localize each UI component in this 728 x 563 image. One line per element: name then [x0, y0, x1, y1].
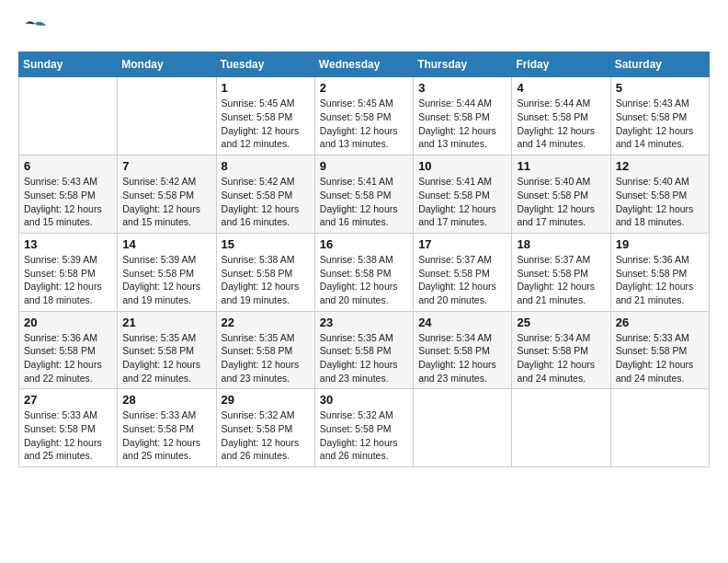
day-info: Sunrise: 5:38 AM Sunset: 5:58 PM Dayligh… — [320, 253, 408, 307]
calendar-week-4: 20Sunrise: 5:36 AM Sunset: 5:58 PM Dayli… — [19, 311, 710, 389]
calendar-cell: 17Sunrise: 5:37 AM Sunset: 5:58 PM Dayli… — [414, 233, 512, 311]
day-number: 24 — [418, 316, 506, 329]
day-info: Sunrise: 5:33 AM Sunset: 5:58 PM Dayligh… — [616, 331, 704, 385]
day-number: 18 — [517, 237, 605, 251]
day-info: Sunrise: 5:41 AM Sunset: 5:58 PM Dayligh… — [418, 175, 506, 229]
calendar-cell: 25Sunrise: 5:34 AM Sunset: 5:58 PM Dayli… — [512, 311, 610, 389]
day-info: Sunrise: 5:45 AM Sunset: 5:58 PM Dayligh… — [222, 97, 310, 151]
calendar-cell: 9Sunrise: 5:41 AM Sunset: 5:58 PM Daylig… — [314, 155, 413, 234]
calendar-cell: 13Sunrise: 5:39 AM Sunset: 5:58 PM Dayli… — [19, 233, 118, 311]
calendar-cell: 1Sunrise: 5:45 AM Sunset: 5:58 PM Daylig… — [216, 77, 314, 155]
day-number: 17 — [418, 237, 506, 251]
day-number: 3 — [418, 81, 506, 95]
calendar-cell: 16Sunrise: 5:38 AM Sunset: 5:58 PM Dayli… — [314, 233, 413, 311]
day-info: Sunrise: 5:36 AM Sunset: 5:58 PM Dayligh… — [616, 253, 704, 307]
calendar-cell: 30Sunrise: 5:32 AM Sunset: 5:58 PM Dayli… — [314, 389, 413, 467]
day-info: Sunrise: 5:45 AM Sunset: 5:58 PM Dayligh… — [320, 97, 408, 151]
calendar-cell: 12Sunrise: 5:40 AM Sunset: 5:58 PM Dayli… — [610, 155, 709, 234]
day-number: 13 — [24, 237, 112, 251]
day-info: Sunrise: 5:32 AM Sunset: 5:58 PM Dayligh… — [222, 408, 310, 463]
day-number: 26 — [616, 316, 704, 329]
calendar-table: SundayMondayTuesdayWednesdayThursdayFrid… — [18, 52, 710, 467]
calendar-cell: 3Sunrise: 5:44 AM Sunset: 5:58 PM Daylig… — [414, 77, 512, 155]
day-number: 14 — [122, 237, 210, 251]
weekday-header-tuesday: Tuesday — [216, 52, 314, 77]
day-info: Sunrise: 5:39 AM Sunset: 5:58 PM Dayligh… — [122, 253, 210, 307]
day-number: 23 — [320, 316, 408, 329]
calendar-cell: 19Sunrise: 5:36 AM Sunset: 5:58 PM Dayli… — [610, 233, 709, 311]
day-info: Sunrise: 5:36 AM Sunset: 5:58 PM Dayligh… — [24, 331, 112, 385]
calendar-cell: 21Sunrise: 5:35 AM Sunset: 5:58 PM Dayli… — [118, 311, 216, 389]
calendar-week-1: 1Sunrise: 5:45 AM Sunset: 5:58 PM Daylig… — [19, 77, 710, 155]
weekday-header-wednesday: Wednesday — [314, 52, 413, 77]
day-number: 28 — [122, 393, 210, 407]
day-number: 15 — [222, 237, 310, 251]
day-info: Sunrise: 5:33 AM Sunset: 5:58 PM Dayligh… — [122, 408, 210, 463]
day-info: Sunrise: 5:44 AM Sunset: 5:58 PM Dayligh… — [517, 97, 605, 151]
calendar-cell: 4Sunrise: 5:44 AM Sunset: 5:58 PM Daylig… — [512, 77, 610, 155]
calendar-week-5: 27Sunrise: 5:33 AM Sunset: 5:58 PM Dayli… — [19, 389, 710, 467]
day-info: Sunrise: 5:43 AM Sunset: 5:58 PM Dayligh… — [24, 175, 112, 229]
day-info: Sunrise: 5:35 AM Sunset: 5:58 PM Dayligh… — [122, 331, 210, 385]
day-info: Sunrise: 5:34 AM Sunset: 5:58 PM Dayligh… — [517, 331, 605, 385]
day-info: Sunrise: 5:43 AM Sunset: 5:58 PM Dayligh… — [616, 97, 704, 151]
calendar-cell: 10Sunrise: 5:41 AM Sunset: 5:58 PM Dayli… — [414, 155, 512, 234]
logo — [18, 18, 48, 42]
calendar-cell — [118, 77, 216, 155]
day-info: Sunrise: 5:35 AM Sunset: 5:58 PM Dayligh… — [222, 331, 310, 385]
calendar-cell: 23Sunrise: 5:35 AM Sunset: 5:58 PM Dayli… — [314, 311, 413, 389]
day-number: 25 — [517, 316, 605, 329]
calendar-cell: 18Sunrise: 5:37 AM Sunset: 5:58 PM Dayli… — [512, 233, 610, 311]
day-number: 30 — [320, 393, 408, 407]
day-info: Sunrise: 5:44 AM Sunset: 5:58 PM Dayligh… — [418, 97, 506, 151]
day-number: 10 — [418, 159, 506, 173]
day-number: 9 — [320, 159, 408, 173]
calendar-cell: 20Sunrise: 5:36 AM Sunset: 5:58 PM Dayli… — [19, 311, 118, 389]
day-number: 1 — [222, 81, 310, 95]
logo-bird-icon — [22, 20, 48, 40]
weekday-header-thursday: Thursday — [414, 52, 512, 77]
day-info: Sunrise: 5:42 AM Sunset: 5:58 PM Dayligh… — [222, 175, 310, 229]
day-number: 6 — [24, 159, 112, 173]
day-info: Sunrise: 5:38 AM Sunset: 5:58 PM Dayligh… — [222, 253, 310, 307]
day-info: Sunrise: 5:40 AM Sunset: 5:58 PM Dayligh… — [616, 175, 704, 229]
day-number: 20 — [24, 316, 112, 329]
calendar-cell — [19, 77, 118, 155]
calendar-week-3: 13Sunrise: 5:39 AM Sunset: 5:58 PM Dayli… — [19, 233, 710, 311]
day-info: Sunrise: 5:37 AM Sunset: 5:58 PM Dayligh… — [517, 253, 605, 307]
calendar-cell: 26Sunrise: 5:33 AM Sunset: 5:58 PM Dayli… — [610, 311, 709, 389]
calendar-cell: 2Sunrise: 5:45 AM Sunset: 5:58 PM Daylig… — [314, 77, 413, 155]
day-number: 16 — [320, 237, 408, 251]
calendar-week-2: 6Sunrise: 5:43 AM Sunset: 5:58 PM Daylig… — [19, 155, 710, 234]
calendar-cell: 27Sunrise: 5:33 AM Sunset: 5:58 PM Dayli… — [19, 389, 118, 467]
day-number: 19 — [616, 237, 704, 251]
day-info: Sunrise: 5:32 AM Sunset: 5:58 PM Dayligh… — [320, 408, 408, 463]
calendar-cell: 28Sunrise: 5:33 AM Sunset: 5:58 PM Dayli… — [118, 389, 216, 467]
calendar-cell: 15Sunrise: 5:38 AM Sunset: 5:58 PM Dayli… — [216, 233, 314, 311]
day-info: Sunrise: 5:35 AM Sunset: 5:58 PM Dayligh… — [320, 331, 408, 385]
day-number: 12 — [616, 159, 704, 173]
day-info: Sunrise: 5:41 AM Sunset: 5:58 PM Dayligh… — [320, 175, 408, 229]
day-number: 7 — [122, 159, 210, 173]
day-info: Sunrise: 5:33 AM Sunset: 5:58 PM Dayligh… — [24, 408, 112, 463]
day-number: 4 — [517, 81, 605, 95]
calendar-cell: 24Sunrise: 5:34 AM Sunset: 5:58 PM Dayli… — [414, 311, 512, 389]
calendar-cell: 5Sunrise: 5:43 AM Sunset: 5:58 PM Daylig… — [610, 77, 709, 155]
day-info: Sunrise: 5:40 AM Sunset: 5:58 PM Dayligh… — [517, 175, 605, 229]
day-number: 8 — [222, 159, 310, 173]
day-number: 21 — [122, 316, 210, 329]
day-info: Sunrise: 5:39 AM Sunset: 5:58 PM Dayligh… — [24, 253, 112, 307]
calendar-cell — [610, 389, 709, 467]
weekday-header-friday: Friday — [512, 52, 610, 77]
calendar-cell: 14Sunrise: 5:39 AM Sunset: 5:58 PM Dayli… — [118, 233, 216, 311]
day-number: 11 — [517, 159, 605, 173]
calendar-header-row: SundayMondayTuesdayWednesdayThursdayFrid… — [19, 52, 710, 77]
day-info: Sunrise: 5:37 AM Sunset: 5:58 PM Dayligh… — [418, 253, 506, 307]
weekday-header-sunday: Sunday — [19, 52, 118, 77]
calendar-cell — [414, 389, 512, 467]
day-number: 22 — [222, 316, 310, 329]
calendar-cell: 29Sunrise: 5:32 AM Sunset: 5:58 PM Dayli… — [216, 389, 314, 467]
calendar-cell — [512, 389, 610, 467]
calendar-cell: 8Sunrise: 5:42 AM Sunset: 5:58 PM Daylig… — [216, 155, 314, 234]
weekday-header-monday: Monday — [118, 52, 216, 77]
